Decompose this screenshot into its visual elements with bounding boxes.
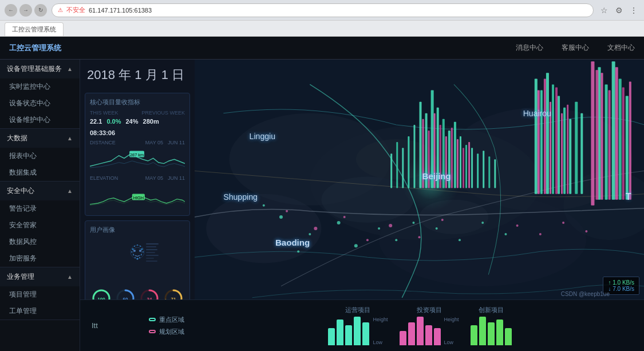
tab-label: 工控云管理系统 — [12, 25, 56, 34]
active-tab[interactable]: 工控云管理系统 — [5, 22, 64, 36]
security-label: 不安全 — [66, 6, 85, 14]
bar-inv-3 — [417, 317, 424, 345]
svg-point-7 — [134, 246, 135, 247]
sidebar-item-projects[interactable]: 项目管理 — [0, 286, 80, 303]
gauge-0: 100 — [91, 288, 112, 299]
bottom-label: Itt — [92, 321, 98, 330]
sidebar-item-alerts[interactable]: 警告记录 — [0, 200, 80, 217]
date-header: 2018 年 1 月 1 日 — [85, 64, 190, 88]
star-button[interactable]: ☆ — [598, 5, 610, 16]
svg-rect-98 — [567, 105, 568, 194]
browser-actions: ☆ ⚙ ⋮ — [598, 5, 639, 16]
refresh-button[interactable]: ↻ — [34, 4, 47, 17]
svg-rect-78 — [580, 113, 583, 194]
gauge-1: 60 — [115, 288, 136, 299]
svg-point-109 — [297, 250, 299, 253]
svg-rect-83 — [626, 96, 629, 200]
menu-button[interactable]: ⋮ — [628, 5, 639, 16]
svg-rect-21 — [146, 246, 156, 247]
svg-text:287 km: 287 km — [130, 152, 144, 157]
svg-rect-104 — [591, 61, 594, 206]
chart1-label: DISTANCE MAY 05 JUN 11 — [90, 140, 185, 145]
content-top: 2018 年 1 月 1 日 核心项目量收指标 THIS WEEK PREVIO… — [80, 60, 644, 299]
svg-point-6 — [137, 244, 138, 246]
sidebar-item-reports[interactable]: 报表中心 — [0, 148, 80, 164]
back-button[interactable]: ← — [5, 4, 17, 17]
chart-group-investment: 投资项目 — [400, 306, 459, 345]
address-bar[interactable]: ⚠ 不安全 61.147.171.105:61383 — [52, 3, 594, 17]
bar-inn-1 — [471, 325, 477, 345]
svg-point-123 — [389, 224, 392, 227]
app-wrapper: 工控云管理系统 消息中心 客服中心 文档中心 设备管理基础服务 ▲ 实时监控中心… — [0, 37, 644, 351]
svg-rect-51 — [420, 102, 422, 188]
svg-rect-20 — [146, 243, 159, 244]
header-messages[interactable]: 消息中心 — [516, 43, 543, 53]
svg-rect-80 — [605, 84, 608, 199]
sidebar-item-encryption[interactable]: 加密服务 — [0, 250, 80, 267]
app-body: 设备管理基础服务 ▲ 实时监控中心 设备状态中心 设备维护中心 大数据 ▲ — [0, 60, 644, 351]
forward-button[interactable]: → — [19, 4, 32, 17]
bar-op-2 — [337, 320, 343, 345]
legend-dot-pink — [149, 330, 156, 333]
sidebar-item-device-maintenance[interactable]: 设备维护中心 — [0, 112, 80, 128]
svg-rect-64 — [390, 153, 392, 188]
sidebar-section-header-bigdata[interactable]: 大数据 ▲ — [0, 129, 80, 148]
sidebar-item-realtime[interactable]: 实时监控中心 — [0, 78, 80, 95]
legend-dot-cyan — [149, 318, 156, 321]
bar-inn-3 — [488, 322, 495, 345]
svg-point-111 — [354, 244, 358, 247]
height-label-high-inv: Height — [444, 317, 459, 322]
svg-text:100: 100 — [97, 297, 105, 299]
svg-rect-73 — [552, 84, 554, 194]
chart-bars-operations — [328, 317, 369, 345]
svg-rect-74 — [558, 96, 560, 194]
sidebar-item-workorders[interactable]: 工单管理 — [0, 303, 80, 320]
svg-rect-89 — [451, 128, 453, 188]
svg-rect-65 — [471, 148, 473, 188]
svg-rect-68 — [488, 156, 490, 188]
sidebar-item-security-guard[interactable]: 安全管家 — [0, 217, 80, 234]
sidebar-section-label-devices: 设备管理基础服务 — [7, 64, 62, 74]
chart-group-operations: 运营项目 — [328, 306, 388, 345]
bottom-left-text: Itt — [92, 321, 126, 330]
svg-rect-58 — [460, 136, 461, 188]
chart-group-innovation-title: 创新项目 — [479, 306, 504, 314]
svg-rect-63 — [396, 142, 398, 188]
chart-bars-investment — [400, 317, 441, 345]
svg-rect-94 — [544, 78, 546, 194]
svg-point-115 — [436, 227, 438, 230]
extensions-button[interactable]: ⚙ — [613, 5, 625, 16]
sidebar-arrow-business: ▲ — [67, 274, 73, 280]
nav-buttons: ← → ↻ — [5, 4, 47, 17]
sidebar-section-header-security[interactable]: 安全中心 ▲ — [0, 182, 80, 200]
svg-point-13 — [133, 254, 134, 255]
svg-rect-101 — [615, 67, 618, 199]
left-panel: 2018 年 1 月 1 日 核心项目量收指标 THIS WEEK PREVIO… — [80, 60, 195, 299]
svg-point-122 — [366, 239, 369, 241]
svg-point-114 — [395, 239, 397, 241]
svg-rect-23 — [146, 252, 155, 253]
svg-point-107 — [309, 233, 311, 235]
sidebar-item-data-integration[interactable]: 数据集成 — [0, 164, 80, 181]
svg-rect-70 — [535, 78, 538, 194]
week-label-prev: PREVIOUS WEEK — [141, 110, 185, 116]
svg-point-117 — [481, 222, 484, 224]
sidebar-section-header-business[interactable]: 业务管理 ▲ — [0, 267, 80, 286]
header-nav: 消息中心 客服中心 文档中心 — [516, 43, 635, 53]
svg-point-9 — [132, 249, 134, 250]
height-labels-investment: Height Low — [444, 317, 459, 345]
sidebar-section-header-devices[interactable]: 设备管理基础服务 ▲ — [0, 60, 80, 78]
height-label-low-op: Low — [373, 340, 388, 345]
svg-point-12 — [143, 251, 144, 253]
sidebar-item-device-status[interactable]: 设备状态中心 — [0, 95, 80, 112]
header-support[interactable]: 客服中心 — [562, 43, 589, 53]
svg-rect-67 — [483, 151, 484, 188]
sidebar-item-risk-control[interactable]: 数据风控 — [0, 234, 80, 250]
svg-point-129 — [585, 230, 587, 232]
bar-op-1 — [328, 328, 335, 345]
chart-group-innovation: 创新项目 — [471, 306, 512, 345]
header-docs[interactable]: 文档中心 — [607, 43, 635, 53]
svg-text:Baoding: Baoding — [275, 238, 310, 247]
sidebar-section-security: 安全中心 ▲ 警告记录 安全管家 数据风控 加密服务 — [0, 182, 80, 267]
speed-down: ↓ 7.0 KB/s — [608, 286, 634, 292]
